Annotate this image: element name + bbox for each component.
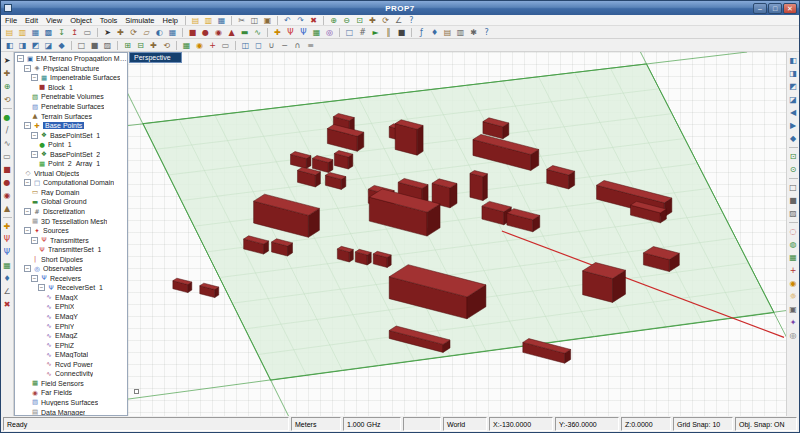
tree-toggle[interactable]: − bbox=[38, 284, 45, 291]
menu-simulate[interactable]: Simulate bbox=[121, 16, 158, 25]
hidden-line-icon[interactable]: ▨ bbox=[102, 40, 113, 51]
export-icon[interactable]: ↥ bbox=[69, 27, 80, 38]
hide-object-icon[interactable]: ◌ bbox=[788, 226, 799, 237]
tree-item[interactable]: −ΨTransmitters bbox=[15, 235, 127, 245]
maximize-button[interactable]: □ bbox=[768, 3, 782, 14]
library-icon[interactable]: ▤ bbox=[442, 27, 453, 38]
zoom-out-icon[interactable]: ⊖ bbox=[341, 15, 352, 26]
redo-icon[interactable]: ↷ bbox=[295, 15, 306, 26]
far-field-icon[interactable]: ◎ bbox=[324, 27, 335, 38]
tree-toggle[interactable]: − bbox=[17, 55, 24, 62]
render-icon[interactable]: ✦ bbox=[788, 317, 799, 328]
pause-simulation-icon[interactable]: ‖ bbox=[383, 27, 394, 38]
tree-item[interactable]: −✦Sources bbox=[15, 226, 127, 236]
view-right-icon[interactable]: ▶ bbox=[788, 120, 799, 131]
back-view-icon[interactable]: ◪ bbox=[43, 40, 54, 51]
delete-tool-icon[interactable]: ✖ bbox=[2, 299, 13, 310]
tree-item[interactable]: |Short Dipoles bbox=[15, 254, 127, 264]
menu-file[interactable]: File bbox=[1, 16, 21, 25]
line-tool-icon[interactable]: / bbox=[2, 125, 13, 136]
pan-icon[interactable]: ✚ bbox=[148, 40, 159, 51]
zoom-previous-icon[interactable]: ⊟ bbox=[135, 40, 146, 51]
zoom-in-icon[interactable]: ⊕ bbox=[328, 15, 339, 26]
tree-item[interactable]: ▤Data Manager bbox=[15, 407, 127, 416]
tree-item[interactable]: −□Computational Domain bbox=[15, 178, 127, 188]
cylinder-object-icon[interactable]: ● bbox=[200, 27, 211, 38]
tree-item[interactable]: −▦Impenetrable Surfaces bbox=[15, 73, 127, 83]
view-front-icon[interactable]: ◩ bbox=[788, 81, 799, 92]
menu-view[interactable]: View bbox=[42, 16, 66, 25]
tree-item[interactable]: ▦Point_2_Array_1 bbox=[15, 159, 127, 169]
menu-object[interactable]: Object bbox=[66, 16, 96, 25]
tree-toggle[interactable]: − bbox=[24, 227, 31, 234]
base-point-icon[interactable]: ✚ bbox=[272, 27, 283, 38]
terrain-tool-icon[interactable]: ▲ bbox=[2, 203, 13, 214]
orbit-tool-icon[interactable]: ⟲ bbox=[2, 94, 13, 105]
wireframe-icon[interactable]: □ bbox=[76, 40, 87, 51]
rect-tool-icon[interactable]: ▭ bbox=[2, 151, 13, 162]
sensor-tool-icon[interactable]: ▦ bbox=[2, 260, 13, 271]
domain-icon[interactable]: □ bbox=[344, 27, 355, 38]
axes-view-icon[interactable]: + bbox=[788, 265, 799, 276]
axes-toggle-icon[interactable]: + bbox=[207, 40, 218, 51]
move-icon[interactable]: ✚ bbox=[115, 27, 126, 38]
building-side-face[interactable] bbox=[483, 174, 487, 201]
run-simulation-icon[interactable]: ► bbox=[370, 27, 381, 38]
tree-item[interactable]: −✚Base Points bbox=[15, 121, 127, 131]
tree-item[interactable]: ●Point_1 bbox=[15, 140, 127, 150]
tree-toggle[interactable]: − bbox=[31, 275, 38, 282]
base-point-tool-icon[interactable]: ✚ bbox=[2, 221, 13, 232]
tree-item[interactable]: −❖BasePointSet_1 bbox=[15, 130, 127, 140]
cylinder-tool-icon[interactable]: ● bbox=[2, 177, 13, 188]
receiver-tool-icon[interactable]: Ψ bbox=[2, 247, 13, 258]
measure-icon[interactable]: ∠ bbox=[393, 15, 404, 26]
zoom-extents-icon[interactable]: ⊡ bbox=[354, 15, 365, 26]
settings-icon[interactable]: ✱ bbox=[468, 27, 479, 38]
tree-item[interactable]: ∿EMagZ bbox=[15, 331, 127, 341]
tree-item[interactable]: −◎Observables bbox=[15, 264, 127, 274]
tree-item[interactable]: −▣EM.Terrano Propagation Module bbox=[15, 54, 127, 64]
zoom-window-icon[interactable]: ⊞ bbox=[122, 40, 133, 51]
union-icon[interactable]: ∪ bbox=[266, 40, 277, 51]
help-icon[interactable]: ? bbox=[406, 15, 417, 26]
material-tool-icon[interactable]: ♦ bbox=[2, 273, 13, 284]
tree-item[interactable]: ▬Global Ground bbox=[15, 197, 127, 207]
viewport[interactable]: Perspective bbox=[128, 52, 786, 416]
view-back-icon[interactable]: ◪ bbox=[788, 94, 799, 105]
textured-view-icon[interactable]: ▨ bbox=[788, 208, 799, 219]
tree-toggle[interactable]: − bbox=[31, 237, 38, 244]
title-bar[interactable]: PROP7 –□✕ bbox=[1, 1, 799, 15]
menu-help[interactable]: Help bbox=[159, 16, 182, 25]
view-iso-icon[interactable]: ◆ bbox=[788, 133, 799, 144]
frequency-icon[interactable]: ƒ bbox=[416, 27, 427, 38]
transmitter-icon[interactable]: Ψ bbox=[285, 27, 296, 38]
bottom-view-icon[interactable]: ◨ bbox=[17, 40, 28, 51]
zoom-selected-icon[interactable]: ⊙ bbox=[788, 164, 799, 175]
menu-edit[interactable]: Edit bbox=[21, 16, 42, 25]
show-all-icon[interactable]: ◍ bbox=[788, 239, 799, 250]
tree-item[interactable]: ◇Virtual Objects bbox=[15, 169, 127, 179]
new-file-icon[interactable]: ▤ bbox=[4, 27, 15, 38]
viewport-canvas[interactable] bbox=[128, 52, 786, 416]
building-front-face[interactable] bbox=[470, 173, 483, 200]
rotate-view-icon[interactable]: ⟳ bbox=[380, 15, 391, 26]
tree-item[interactable]: ∿EPhiX bbox=[15, 302, 127, 312]
stop-simulation-icon[interactable]: ■ bbox=[396, 27, 407, 38]
shaded-icon[interactable]: ■ bbox=[89, 40, 100, 51]
group-icon[interactable]: ◫ bbox=[240, 40, 251, 51]
tree-toggle[interactable]: − bbox=[24, 265, 31, 272]
tree-item[interactable]: ■Block_1 bbox=[15, 83, 127, 93]
plate-object-icon[interactable]: ▬ bbox=[239, 27, 250, 38]
view-bottom-icon[interactable]: ◨ bbox=[788, 68, 799, 79]
polyline-icon[interactable]: ∿ bbox=[252, 27, 263, 38]
sphere-object-icon[interactable]: ◉ bbox=[213, 27, 224, 38]
tree-toggle[interactable]: − bbox=[24, 122, 31, 129]
tree-item[interactable]: ∿EPhiY bbox=[15, 321, 127, 331]
receiver-icon[interactable]: Ψ bbox=[298, 27, 309, 38]
zoom-all-icon[interactable]: ⊡ bbox=[788, 151, 799, 162]
select-tool-icon[interactable]: ➤ bbox=[2, 55, 13, 66]
grid-toggle-icon[interactable]: ▦ bbox=[181, 40, 192, 51]
save-icon[interactable]: ▦ bbox=[30, 27, 41, 38]
capture-icon[interactable]: ◎ bbox=[788, 330, 799, 341]
view-top-icon[interactable]: ◧ bbox=[788, 55, 799, 66]
